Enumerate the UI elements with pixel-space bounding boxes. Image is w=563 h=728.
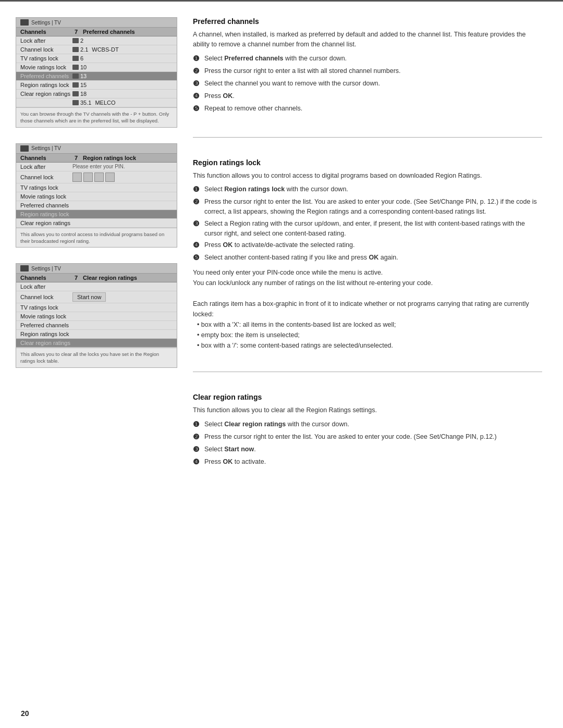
region-ratings-panel: Settings | TV Channels 7 Region ratings … bbox=[16, 143, 177, 248]
ch-icon bbox=[72, 38, 79, 43]
panel3-row-tv-ratings: TV ratings lock bbox=[16, 303, 177, 312]
right-column: Preferred channels A channel, when insta… bbox=[193, 17, 542, 470]
step-2: ❷ Press the cursor right to enter a list… bbox=[193, 66, 542, 77]
tv-icon-3 bbox=[20, 265, 29, 272]
panel3-row-movie-ratings: Movie ratings lock bbox=[16, 312, 177, 321]
panel2-col3: Region ratings lock bbox=[78, 155, 173, 161]
panel3-title-bar: Channels 7 Clear region ratings bbox=[16, 274, 177, 282]
page-number: 20 bbox=[21, 709, 29, 718]
preferred-channels-panel: Settings | TV Channels 7 Preferred chann… bbox=[16, 17, 177, 128]
pin-box-4 bbox=[105, 172, 115, 182]
panel3-col3: Clear region ratings bbox=[78, 275, 173, 281]
preferred-channels-intro: A channel, when installed, is marked as … bbox=[193, 30, 542, 50]
panel2-header: Settings | TV bbox=[16, 144, 177, 154]
pin-box-1 bbox=[72, 172, 82, 182]
ch-icon bbox=[72, 82, 79, 88]
panel2-row-region-ratings: Region ratings lock bbox=[16, 210, 177, 219]
region-step-1: ❶ Select Region ratings lock with the cu… bbox=[193, 184, 542, 195]
start-now-label: Start now bbox=[72, 292, 106, 302]
section-region-ratings: Region ratings lock This function allows… bbox=[193, 158, 542, 351]
region-step-4: ❹ Press OK to activate/de-activate the s… bbox=[193, 240, 542, 251]
panel3-row-preferred: Preferred channels bbox=[16, 321, 177, 330]
panel3-row-channel-lock: Channel lock Start now bbox=[16, 291, 177, 303]
preferred-channels-steps: ❶ Select Preferred channels with the cur… bbox=[193, 54, 542, 114]
panel2-title-bar: Channels 7 Region ratings lock bbox=[16, 154, 177, 163]
tv-icon-1 bbox=[20, 19, 29, 26]
tv-icon-2 bbox=[20, 145, 29, 152]
panel1-header-text: Settings | TV bbox=[31, 20, 61, 26]
panel2-header-text: Settings | TV bbox=[31, 145, 61, 151]
panel1-row-melco: 35.1MELCO bbox=[16, 98, 177, 107]
step-1: ❶ Select Preferred channels with the cur… bbox=[193, 54, 542, 64]
clear-step-2: ❷ Press the cursor right to enter the li… bbox=[193, 432, 542, 442]
clear-region-steps: ❶ Select Clear region ratings with the c… bbox=[193, 419, 542, 467]
clear-step-1: ❶ Select Clear region ratings with the c… bbox=[193, 419, 542, 430]
region-step-3: ❸ Select a Region rating with the cursor… bbox=[193, 219, 542, 239]
panel2-row-channel-lock: Channel lock bbox=[16, 171, 177, 183]
panel2-footer: This allows you to control access to ind… bbox=[16, 228, 177, 248]
clear-region-intro: This function allows you to clear all th… bbox=[193, 405, 542, 415]
panel3-row-lock-after: Lock after bbox=[16, 282, 177, 291]
panel2-row-preferred: Preferred channels bbox=[16, 201, 177, 210]
region-step-5: ❺ Select another content-based rating if… bbox=[193, 253, 542, 263]
section-clear-region: Clear region ratings This function allow… bbox=[193, 393, 542, 470]
panel2-col1: Channels bbox=[20, 155, 67, 161]
panel1-col3: Preferred channels bbox=[78, 29, 173, 35]
panel2-row-movie-ratings: Movie ratings lock bbox=[16, 192, 177, 201]
panel1-row-movie-ratings: Movie ratings lock 10 bbox=[16, 63, 177, 72]
panel3-header: Settings | TV bbox=[16, 264, 177, 274]
preferred-channels-title: Preferred channels bbox=[193, 17, 542, 26]
step-4: ❹ Press OK. bbox=[193, 91, 542, 102]
panel3-footer: This allows you to clear all the locks y… bbox=[16, 348, 177, 367]
ch-icon bbox=[72, 91, 79, 96]
panel1-header: Settings | TV bbox=[16, 18, 177, 28]
panel1-row-region-ratings: Region ratings lock 15 bbox=[16, 81, 177, 90]
left-column: Settings | TV Channels 7 Preferred chann… bbox=[16, 17, 177, 470]
divider-2 bbox=[193, 372, 542, 372]
panel1-row-tv-ratings: TV ratings lock 6 bbox=[16, 54, 177, 63]
panel3-col1: Channels bbox=[20, 275, 67, 281]
clear-region-panel: Settings | TV Channels 7 Clear region ra… bbox=[16, 263, 177, 368]
region-ratings-title: Region ratings lock bbox=[193, 158, 542, 167]
pin-box-2 bbox=[83, 172, 93, 182]
panel1-footer: You can browse through the TV channels w… bbox=[16, 107, 177, 127]
panel3-row-clear-region: Clear region ratings bbox=[16, 339, 177, 348]
clear-step-4: ❹ Press OK to activate. bbox=[193, 457, 542, 467]
panel1-title-bar: Channels 7 Preferred channels bbox=[16, 28, 177, 36]
panel2-row-lock-after: Lock after Please enter your PIN. bbox=[16, 163, 177, 171]
panel1-row-channel-lock: Channel lock 2.1WCBS-DT bbox=[16, 45, 177, 54]
region-notes: You need only enter your PIN-code once w… bbox=[193, 267, 542, 351]
section-preferred-channels: Preferred channels A channel, when insta… bbox=[193, 17, 542, 116]
panel2-row-tv-ratings: TV ratings lock bbox=[16, 183, 177, 192]
panel1-row-clear-region: Clear region ratings 18 bbox=[16, 90, 177, 98]
panel2-col2: 7 bbox=[67, 155, 78, 161]
region-ratings-intro: This function allows you to control acce… bbox=[193, 171, 542, 181]
region-step-2: ❷ Press the cursor right to enter the li… bbox=[193, 197, 542, 217]
panel3-col2: 7 bbox=[67, 275, 78, 281]
clear-step-3: ❸ Select Start now. bbox=[193, 445, 542, 455]
ch-icon bbox=[72, 47, 79, 52]
pin-box-3 bbox=[94, 172, 104, 182]
panel2-row-clear-region: Clear region ratings bbox=[16, 219, 177, 228]
panel1-col2: 7 bbox=[67, 29, 78, 35]
region-ratings-steps: ❶ Select Region ratings lock with the cu… bbox=[193, 184, 542, 263]
panel1-col1: Channels bbox=[20, 29, 67, 35]
step-3: ❸ Select the channel you want to remove … bbox=[193, 79, 542, 89]
divider-1 bbox=[193, 137, 542, 138]
panel1-row-preferred: Preferred channels 13 bbox=[16, 72, 177, 81]
bullet-list: • box with a 'X': all items in the conte… bbox=[197, 319, 542, 351]
panel3-header-text: Settings | TV bbox=[31, 266, 61, 272]
ch-icon bbox=[72, 73, 79, 79]
ch-icon bbox=[72, 65, 79, 70]
ch-icon bbox=[72, 100, 79, 105]
panel3-row-region-ratings: Region ratings lock bbox=[16, 330, 177, 339]
ch-icon bbox=[72, 56, 79, 61]
step-5: ❺ Repeat to remove other channels. bbox=[193, 104, 542, 114]
clear-region-title: Clear region ratings bbox=[193, 393, 542, 401]
panel1-row-lock-after: Lock after 2 bbox=[16, 36, 177, 45]
